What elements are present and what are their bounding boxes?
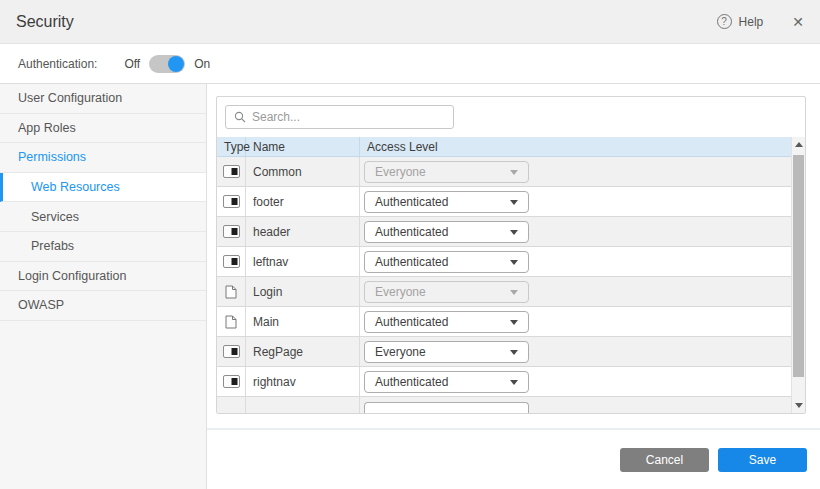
security-dialog: Security ? Help ✕ Authentication: Off On… xyxy=(0,0,820,489)
type-cell xyxy=(217,307,246,336)
name-cell: Common xyxy=(246,157,360,186)
name-cell: header xyxy=(246,217,360,246)
table-row: rightnav Authenticated xyxy=(217,367,791,397)
sidebar-item-label: Prefabs xyxy=(31,239,74,253)
help-icon[interactable]: ? xyxy=(717,14,732,29)
name-cell: leftnav xyxy=(246,247,360,276)
access-cell: Everyone xyxy=(360,277,791,306)
sidebar-item-label: Login Configuration xyxy=(18,269,126,283)
table-scrollbar[interactable] xyxy=(791,137,805,413)
search-box xyxy=(225,105,454,129)
sidebar-item-owasp[interactable]: OWASP xyxy=(0,291,206,321)
authentication-label: Authentication: xyxy=(18,57,97,71)
toggle-off-label: Off xyxy=(124,57,140,71)
type-cell xyxy=(217,187,246,216)
access-cell: Authenticated xyxy=(360,217,791,246)
table-row: RegPage Everyone xyxy=(217,337,791,367)
chevron-down-icon xyxy=(510,260,518,265)
web-resources-panel: Type Name Access Level Common Everyone f… xyxy=(216,96,806,414)
name-cell: RegPage xyxy=(246,337,360,366)
footer-actions: Cancel Save xyxy=(620,448,807,472)
partial-icon xyxy=(223,345,240,358)
page-icon xyxy=(225,285,237,299)
search-input[interactable] xyxy=(252,110,445,124)
titlebar: Security ? Help ✕ xyxy=(0,0,820,44)
chevron-down-icon xyxy=(510,200,518,205)
name-cell: Main xyxy=(246,307,360,336)
sidebar-item-label: Services xyxy=(31,210,79,224)
save-button[interactable]: Save xyxy=(718,448,807,472)
access-level-dropdown: Everyone xyxy=(364,281,529,303)
chevron-down-icon xyxy=(510,350,518,355)
access-level-dropdown[interactable] xyxy=(364,402,529,413)
sidebar-item-prefabs[interactable]: Prefabs xyxy=(0,232,206,262)
access-cell xyxy=(360,397,791,413)
close-icon[interactable]: ✕ xyxy=(792,14,804,30)
column-header-access: Access Level xyxy=(360,137,791,156)
type-cell xyxy=(217,337,246,366)
table-row: Main Authenticated xyxy=(217,307,791,337)
page-icon xyxy=(225,315,237,329)
sidebar-item-web-resources[interactable]: Web Resources xyxy=(0,173,206,203)
sidebar-item-login-configuration[interactable]: Login Configuration xyxy=(0,262,206,292)
cancel-button[interactable]: Cancel xyxy=(620,448,709,472)
access-cell: Authenticated xyxy=(360,367,791,396)
table-row: Common Everyone xyxy=(217,157,791,187)
footer-divider xyxy=(207,428,820,430)
partial-icon xyxy=(223,225,240,238)
titlebar-actions: ? Help ✕ xyxy=(717,14,804,30)
sidebar-item-label: User Configuration xyxy=(18,91,122,105)
access-level-dropdown[interactable]: Everyone xyxy=(364,341,529,363)
sidebar-item-app-roles[interactable]: App Roles xyxy=(0,114,206,144)
partial-icon xyxy=(223,255,240,268)
access-level-dropdown[interactable]: Authenticated xyxy=(364,221,529,243)
main-area: Type Name Access Level Common Everyone f… xyxy=(207,84,820,489)
table-row: header Authenticated xyxy=(217,217,791,247)
access-cell: Authenticated xyxy=(360,307,791,336)
toggle-knob xyxy=(168,56,184,72)
type-cell xyxy=(217,247,246,276)
table-row: footer Authenticated xyxy=(217,187,791,217)
column-header-name: Name xyxy=(246,137,360,156)
chevron-down-icon xyxy=(510,170,518,175)
sidebar-item-permissions[interactable]: Permissions xyxy=(0,143,206,173)
sidebar-item-user-configuration[interactable]: User Configuration xyxy=(0,84,206,114)
name-cell: rightnav xyxy=(246,367,360,396)
chevron-down-icon xyxy=(510,320,518,325)
partial-icon xyxy=(223,165,240,178)
sidebar: User Configuration App Roles Permissions… xyxy=(0,84,207,489)
partial-icon xyxy=(223,195,240,208)
access-cell: Everyone xyxy=(360,337,791,366)
access-level-dropdown[interactable]: Authenticated xyxy=(364,311,529,333)
access-level-dropdown[interactable]: Authenticated xyxy=(364,371,529,393)
page-title: Security xyxy=(16,13,74,31)
access-level-dropdown[interactable]: Authenticated xyxy=(364,251,529,273)
type-cell xyxy=(217,217,246,246)
table-header: Type Name Access Level xyxy=(217,137,791,157)
table-row: Login Everyone xyxy=(217,277,791,307)
scrollbar-thumb[interactable] xyxy=(793,155,804,377)
sidebar-item-label: Permissions xyxy=(18,150,86,164)
resources-table: Type Name Access Level Common Everyone f… xyxy=(217,137,791,413)
type-cell xyxy=(217,367,246,396)
name-cell xyxy=(246,397,360,413)
access-cell: Authenticated xyxy=(360,247,791,276)
content: User Configuration App Roles Permissions… xyxy=(0,84,820,489)
access-cell: Authenticated xyxy=(360,187,791,216)
help-button[interactable]: Help xyxy=(739,15,764,29)
column-header-type: Type xyxy=(217,137,246,156)
toggle-on-label: On xyxy=(194,57,210,71)
type-cell xyxy=(217,157,246,186)
authentication-bar: Authentication: Off On xyxy=(0,44,820,84)
scroll-down-icon[interactable] xyxy=(795,403,803,408)
type-cell xyxy=(217,397,246,413)
table-row: leftnav Authenticated xyxy=(217,247,791,277)
name-cell: Login xyxy=(246,277,360,306)
table-row-clipped xyxy=(217,397,791,413)
sidebar-item-services[interactable]: Services xyxy=(0,202,206,232)
sidebar-item-label: OWASP xyxy=(18,298,64,312)
authentication-toggle[interactable] xyxy=(149,55,185,73)
scroll-up-icon[interactable] xyxy=(795,142,803,147)
search-icon xyxy=(234,111,246,123)
access-level-dropdown[interactable]: Authenticated xyxy=(364,191,529,213)
